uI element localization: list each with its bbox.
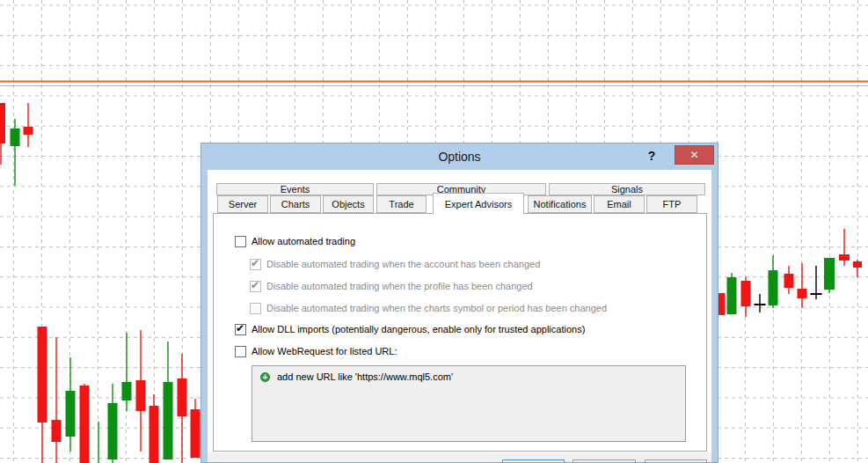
tab-ftp[interactable]: FTP [646, 195, 697, 213]
checkmark-icon: ✔ [251, 279, 259, 291]
close-button[interactable]: ✕ [675, 145, 714, 165]
add-url-row[interactable]: + add new URL like 'https://www.mql5.com… [260, 371, 685, 382]
help-button[interactable] [645, 459, 707, 462]
tab-label: Objects [332, 199, 364, 209]
checkbox-label: Disable automated trading when the chart… [266, 303, 607, 313]
tab-label: Expert Advisors [445, 199, 512, 209]
checkbox-row-disable-on-profile-change[interactable]: ✔ Disable automated trading when the pro… [250, 280, 533, 292]
allow-automated-trading-checkbox[interactable] [235, 236, 246, 247]
tab-signals[interactable]: Signals [549, 183, 705, 195]
close-icon: ✕ [689, 149, 698, 161]
checkbox-row-disable-on-symbol-period-change[interactable]: Disable automated trading when the chart… [250, 302, 607, 314]
tab-label: Email [607, 199, 631, 209]
checkbox-row-allow-automated-trading[interactable]: Allow automated trading [235, 235, 355, 247]
tab-label: Charts [281, 199, 310, 209]
tab-server[interactable]: Server [217, 195, 268, 213]
tab-label: FTP [663, 199, 682, 209]
disable-on-profile-change-checkbox[interactable]: ✔ [250, 281, 261, 292]
allow-dll-imports-checkbox[interactable]: ✔ [235, 324, 246, 335]
options-dialog: Options ? ✕ Events Community Signals Ser… [201, 143, 718, 463]
tab-objects[interactable]: Objects [323, 195, 374, 213]
allow-webrequest-checkbox[interactable] [235, 346, 246, 357]
cancel-button[interactable] [573, 459, 636, 462]
tab-label: Events [281, 184, 310, 195]
webrequest-url-list[interactable]: + add new URL like 'https://www.mql5.com… [252, 365, 686, 442]
checkmark-icon: ✔ [236, 322, 244, 334]
checkbox-label: Disable automated trading when the accou… [266, 259, 540, 269]
checkbox-row-allow-dll-imports[interactable]: ✔ Allow DLL imports (potentially dangero… [235, 323, 585, 335]
tab-expert-advisors[interactable]: Expert Advisors [433, 193, 524, 214]
checkbox-label: Allow DLL imports (potentially dangerous… [252, 324, 585, 334]
tab-label: Notifications [534, 199, 587, 209]
disable-on-symbol-period-change-checkbox[interactable] [250, 303, 261, 314]
disable-on-account-change-checkbox[interactable]: ✔ [250, 259, 261, 270]
dialog-title: Options [438, 150, 480, 164]
checkbox-label: Allow WebRequest for listed URL: [252, 346, 397, 356]
add-url-plus-icon: + [260, 372, 270, 382]
tab-events[interactable]: Events [216, 183, 374, 195]
checkbox-row-disable-on-account-change[interactable]: ✔ Disable automated trading when the acc… [250, 258, 540, 270]
checkbox-row-allow-webrequest[interactable]: Allow WebRequest for listed URL: [235, 345, 397, 357]
dialog-footer [208, 452, 711, 462]
ok-button[interactable] [502, 459, 565, 462]
add-url-hint: add new URL like 'https://www.mql5.com' [277, 371, 453, 382]
checkmark-icon: ✔ [251, 257, 259, 269]
tab-trade[interactable]: Trade [376, 195, 427, 213]
tab-label: Server [229, 199, 257, 209]
checkbox-label: Allow automated trading [252, 236, 355, 246]
help-icon[interactable]: ? [643, 147, 660, 165]
dialog-client-area: Events Community Signals Server Charts O… [208, 170, 711, 462]
tab-notifications[interactable]: Notifications [528, 195, 592, 213]
checkbox-label: Disable automated trading when the profi… [266, 281, 533, 291]
tab-label: Trade [389, 199, 413, 209]
tab-email[interactable]: Email [594, 195, 645, 213]
tab-charts[interactable]: Charts [270, 195, 321, 213]
dialog-titlebar[interactable]: Options [201, 143, 718, 170]
tab-label: Signals [611, 184, 643, 195]
